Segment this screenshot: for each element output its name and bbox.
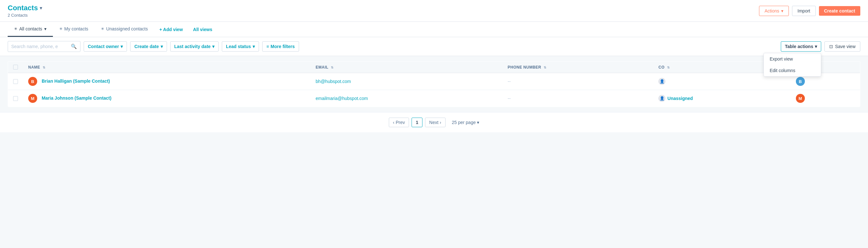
tab-all-contacts-label: All contacts [19, 26, 42, 31]
add-view-label: + Add view [159, 27, 183, 32]
row1-assigned-avatar: B [796, 77, 805, 86]
filters-bar: 🔍 Contact owner ▾ Create date ▾ Last act… [0, 37, 868, 56]
tab-my-contacts[interactable]: ✳ My contacts [53, 22, 95, 37]
row1-phone-value: -- [508, 79, 510, 84]
page-title[interactable]: Contacts ▾ [8, 4, 42, 12]
top-bar-left: Contacts ▾ 2 Contacts [8, 4, 42, 18]
actions-chevron-icon: ▾ [781, 8, 783, 13]
create-date-label: Create date [134, 44, 159, 49]
table-wrapper: NAME ⇅ EMAIL ⇅ PHONE NUMBER ⇅ CO ⇅ AS [0, 56, 868, 112]
pagination: ‹ Prev 1 Next › 25 per page ▾ [0, 112, 868, 132]
last-activity-label: Last activity date [174, 44, 211, 49]
row1-checkbox-cell [8, 73, 23, 90]
email-sort-icon[interactable]: ⇅ [331, 66, 334, 69]
phone-sort-icon[interactable]: ⇅ [544, 66, 547, 69]
page-title-text: Contacts [8, 4, 38, 12]
table-actions-container: Table actions ▾ Export view Edit columns [781, 41, 821, 52]
import-button[interactable]: Import [792, 6, 816, 16]
row1-checkbox[interactable] [13, 79, 18, 84]
actions-button[interactable]: Actions ▾ [759, 6, 789, 16]
save-view-label: Save view [835, 44, 856, 49]
pin-icon: ✳ [14, 27, 17, 31]
title-chevron-icon: ▾ [40, 5, 42, 10]
row2-assigned-avatar: M [796, 94, 805, 103]
create-date-filter[interactable]: Create date ▾ [130, 41, 167, 52]
row2-email-cell: emailmaria@hubspot.com [311, 90, 503, 107]
tab-unassigned-contacts[interactable]: ✳ Unassigned contacts [95, 22, 154, 37]
row2-owner-cell: 👤 Unassigned [653, 90, 790, 107]
row2-phone-value: -- [508, 96, 510, 101]
per-page-chevron-icon: ▾ [477, 120, 479, 125]
row1-phone-cell: -- [503, 73, 653, 90]
table-actions-label: Table actions [785, 44, 813, 49]
top-bar: Contacts ▾ 2 Contacts Actions ▾ Import C… [0, 0, 868, 22]
all-views-link[interactable]: All views [188, 23, 217, 36]
contact-owner-label: Contact owner [88, 44, 119, 49]
contact-owner-chevron-icon: ▾ [121, 44, 123, 49]
current-page: 1 [411, 118, 423, 127]
tab-all-contacts[interactable]: ✳ All contacts ▾ [8, 22, 53, 37]
table-actions-dropdown: Export view Edit columns [764, 53, 821, 76]
more-filters-button[interactable]: ≡ More filters [262, 41, 299, 52]
add-view-button[interactable]: + Add view [154, 23, 188, 36]
tab-my-contacts-label: My contacts [64, 26, 89, 31]
table-body: B Brian Halligan (Sample Contact) bh@hub… [8, 73, 860, 107]
select-all-checkbox[interactable] [13, 65, 18, 69]
col-owner-label: CO [658, 65, 664, 69]
owner-sort-icon[interactable]: ⇅ [667, 66, 670, 69]
lead-status-chevron-icon: ▾ [253, 44, 255, 49]
pin-icon: ✳ [59, 27, 62, 31]
row1-owner-icon: 👤 [658, 78, 665, 85]
tab-unassigned-label: Unassigned contacts [106, 26, 148, 31]
tabs-bar: ✳ All contacts ▾ ✳ My contacts ✳ Unassig… [0, 22, 868, 37]
top-bar-actions: Actions ▾ Import Create contact [759, 6, 860, 16]
contact-owner-filter[interactable]: Contact owner ▾ [84, 41, 127, 52]
col-phone: PHONE NUMBER ⇅ [503, 62, 653, 73]
contact-count: 2 Contacts [8, 13, 42, 18]
table-row: B Brian Halligan (Sample Contact) bh@hub… [8, 73, 860, 90]
filter-lines-icon: ≡ [266, 44, 269, 49]
col-phone-label: PHONE NUMBER [508, 65, 541, 69]
row2-email-link[interactable]: emailmaria@hubspot.com [316, 96, 368, 101]
export-view-item[interactable]: Export view [764, 53, 821, 65]
prev-button[interactable]: ‹ Prev [389, 118, 409, 127]
per-page-label: 25 per page [452, 120, 476, 125]
col-email: EMAIL ⇅ [311, 62, 503, 73]
row2-assigned-cell: M [791, 90, 860, 107]
tab-chevron-icon: ▾ [44, 26, 46, 31]
save-view-button[interactable]: ⊡ Save view [825, 41, 860, 52]
row1-name-cell: B Brian Halligan (Sample Contact) [23, 73, 311, 90]
row2-owner-text: Unassigned [668, 96, 693, 101]
search-box[interactable]: 🔍 [8, 41, 81, 52]
per-page-selector[interactable]: 25 per page ▾ [452, 120, 479, 125]
contacts-table: NAME ⇅ EMAIL ⇅ PHONE NUMBER ⇅ CO ⇅ AS [8, 61, 860, 107]
row1-name-link[interactable]: Brian Halligan (Sample Contact) [42, 79, 110, 84]
table-header: NAME ⇅ EMAIL ⇅ PHONE NUMBER ⇅ CO ⇅ AS [8, 62, 860, 73]
row1-email-link[interactable]: bh@hubspot.com [316, 79, 351, 84]
search-input[interactable] [11, 44, 69, 49]
export-view-label: Export view [770, 56, 793, 62]
row2-name-link[interactable]: Maria Johnson (Sample Contact) [42, 95, 112, 101]
row2-checkbox[interactable] [13, 96, 18, 101]
more-filters-label: More filters [271, 44, 294, 49]
next-button[interactable]: Next › [425, 118, 445, 127]
create-date-chevron-icon: ▾ [161, 44, 163, 49]
edit-columns-label: Edit columns [770, 68, 795, 73]
save-icon: ⊡ [829, 44, 833, 49]
row2-checkbox-cell [8, 90, 23, 107]
next-chevron-icon: › [440, 120, 441, 125]
create-contact-label: Create contact [824, 8, 855, 13]
import-label: Import [798, 8, 810, 13]
lead-status-filter[interactable]: Lead status ▾ [222, 41, 259, 52]
col-email-label: EMAIL [316, 65, 329, 69]
table-actions-chevron-icon: ▾ [815, 44, 817, 49]
col-name-label: NAME [28, 65, 40, 69]
row2-phone-cell: -- [503, 90, 653, 107]
col-name: NAME ⇅ [23, 62, 311, 73]
prev-chevron-icon: ‹ [393, 120, 395, 125]
table-actions-button[interactable]: Table actions ▾ [781, 41, 821, 52]
last-activity-filter[interactable]: Last activity date ▾ [170, 41, 219, 52]
name-sort-icon[interactable]: ⇅ [43, 66, 45, 69]
create-contact-button[interactable]: Create contact [819, 6, 860, 16]
edit-columns-item[interactable]: Edit columns [764, 65, 821, 76]
